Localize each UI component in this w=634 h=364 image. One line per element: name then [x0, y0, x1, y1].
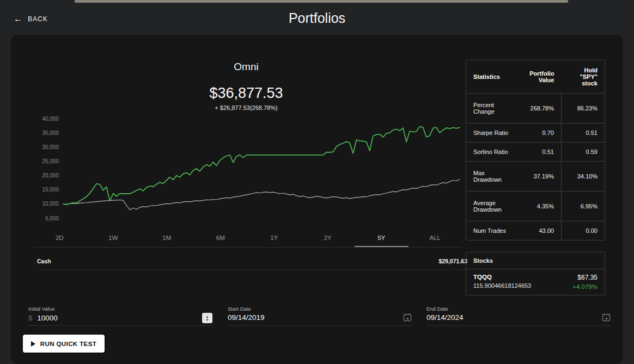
- cash-label: Cash: [37, 258, 51, 264]
- cash-value: $29,071.63: [438, 258, 467, 264]
- svg-text:25,000: 25,000: [42, 158, 59, 164]
- initial-value-field: Initial Value $ ▲ ▼: [28, 305, 212, 326]
- end-date-label: End Date: [426, 305, 611, 312]
- calendar-icon[interactable]: [602, 313, 611, 322]
- svg-text:35,000: 35,000: [42, 130, 59, 136]
- start-date-label: Start Date: [228, 305, 412, 312]
- table-row: Percent Change 268.78% 86.23%: [466, 94, 605, 124]
- main-panel: Omni $36,877.53 + $26,877.53(268.78%) 40…: [11, 35, 623, 364]
- stat-portfolio-value: 37.19%: [517, 162, 561, 192]
- initial-value-input[interactable]: [37, 314, 202, 322]
- stock-change: +4.079%: [572, 283, 598, 290]
- stat-label: Average Drawdown: [466, 192, 517, 221]
- stat-spy-value: 0.59: [561, 143, 605, 162]
- play-icon: [31, 341, 35, 347]
- stocks-panel: Stocks TQQQ 115.90046618124653 $67.35 +4…: [466, 252, 605, 295]
- list-item[interactable]: TQQQ 115.90046618124653 $67.35 +4.079%: [466, 269, 605, 295]
- stocks-title: Stocks: [466, 252, 605, 269]
- stat-spy-value: 86.23%: [561, 94, 605, 124]
- table-row: Average Drawdown 4.35% 6.95%: [466, 192, 605, 221]
- stat-spy-value: 0.51: [561, 124, 605, 143]
- stat-label: Max Drawdown: [466, 162, 517, 192]
- start-date-field: Start Date: [228, 305, 412, 326]
- dollar-prefix: $: [28, 314, 32, 322]
- stat-label: Sortino Ratio: [466, 143, 517, 162]
- tab-5y[interactable]: 5Y: [355, 230, 409, 247]
- stock-symbol: TQQQ: [473, 274, 531, 280]
- tab-2d[interactable]: 2D: [33, 230, 87, 247]
- stat-portfolio-value: 4.35%: [517, 192, 561, 221]
- portfolio-current-value: $36,877.53: [31, 85, 462, 102]
- stock-price: $67.35: [572, 274, 598, 281]
- stat-spy-value: 6.95%: [561, 192, 605, 221]
- stats-col-statistics: Statistics: [466, 60, 517, 94]
- number-stepper[interactable]: ▲ ▼: [202, 313, 212, 323]
- svg-text:20,000: 20,000: [42, 172, 59, 178]
- initial-value-label: Initial Value: [28, 305, 212, 312]
- portfolio-name: Omni: [31, 61, 462, 73]
- stepper-down-icon[interactable]: ▼: [206, 318, 209, 322]
- tab-1w[interactable]: 1W: [87, 230, 141, 247]
- start-date-input[interactable]: [228, 313, 403, 322]
- stat-portfolio-value: 0.51: [517, 143, 561, 162]
- page-title: Portfolios: [0, 10, 634, 26]
- stat-spy-value: 34.10%: [561, 162, 605, 192]
- stats-col-spy: Hold "SPY" stock: [561, 60, 605, 94]
- stats-header-row: Statistics Portfolio Value Hold "SPY" st…: [466, 60, 605, 94]
- stat-portfolio-value: 0.70: [517, 124, 561, 143]
- end-date-field: End Date: [426, 305, 611, 326]
- tab-all[interactable]: ALL: [409, 230, 462, 247]
- end-date-input[interactable]: [426, 313, 602, 322]
- run-quick-test-button[interactable]: RUN QUICK TEST: [23, 335, 105, 353]
- performance-chart[interactable]: 40,00035,00030,00025,00020,00015,00010,0…: [31, 113, 462, 229]
- tab-2y[interactable]: 2Y: [301, 230, 355, 247]
- stats-col-portfolio: Portfolio Value: [517, 60, 561, 94]
- svg-text:15,000: 15,000: [42, 187, 59, 193]
- stat-label: Sharpe Ratio: [466, 124, 517, 143]
- calendar-icon[interactable]: [403, 313, 412, 322]
- tab-6m[interactable]: 6M: [194, 230, 248, 247]
- tab-1y[interactable]: 1Y: [247, 230, 301, 247]
- time-range-tabs: 2D 1W 1M 6M 1Y 2Y 5Y ALL: [33, 230, 462, 248]
- stat-spy-value: 0.00: [561, 221, 605, 240]
- svg-text:30,000: 30,000: [42, 144, 59, 150]
- tab-1m[interactable]: 1M: [140, 230, 194, 247]
- svg-text:5,000: 5,000: [45, 215, 59, 221]
- stat-portfolio-value: 43.00: [517, 221, 561, 240]
- table-row: Max Drawdown 37.19% 34.10%: [466, 162, 605, 192]
- statistics-table: Statistics Portfolio Value Hold "SPY" st…: [466, 60, 605, 240]
- table-row: Sharpe Ratio 0.70 0.51: [466, 124, 605, 143]
- run-quick-test-label: RUN QUICK TEST: [40, 341, 96, 347]
- table-row: Sortino Ratio 0.51 0.59: [466, 143, 605, 162]
- stock-shares: 115.90046618124653: [473, 282, 531, 289]
- page-header: ← BACK Portfolios: [0, 3, 634, 34]
- svg-text:40,000: 40,000: [42, 116, 59, 122]
- svg-text:10,000: 10,000: [42, 201, 59, 207]
- table-row: Num Trades 43.00 0.00: [466, 221, 605, 240]
- stat-label: Num Trades: [466, 221, 517, 240]
- cash-row: Cash $29,071.63: [37, 252, 467, 270]
- stat-portfolio-value: 268.78%: [517, 94, 561, 124]
- portfolio-change: + $26,877.53(268.78%): [31, 104, 462, 111]
- stat-label: Percent Change: [466, 94, 517, 124]
